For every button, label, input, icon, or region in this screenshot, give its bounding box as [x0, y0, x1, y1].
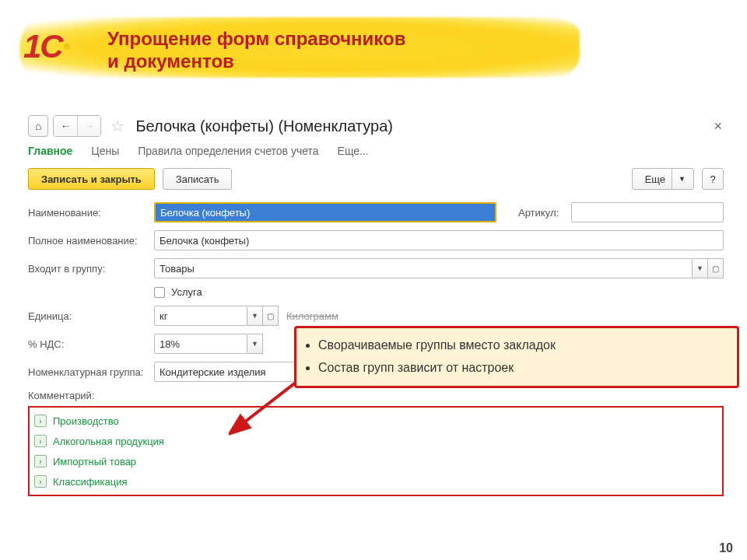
- group-label: Классификация: [53, 476, 128, 488]
- group-row[interactable]: › Импортный товар: [34, 451, 717, 471]
- chevron-down-icon: ▼: [251, 340, 258, 348]
- unit-hint: Килограмм: [286, 310, 338, 322]
- callout-bullet-1: Сворачиваемые группы вместо закладок: [318, 334, 728, 357]
- label-article: Артикул:: [518, 207, 571, 219]
- save-button[interactable]: Записать: [163, 168, 233, 190]
- group-label: Производство: [53, 415, 119, 427]
- app-window: ⌂ ← → ☆ Белочка (конфеты) (Номенклатура)…: [28, 115, 724, 496]
- input-vat[interactable]: 18%: [154, 334, 247, 354]
- input-name[interactable]: Белочка (конфеты): [154, 202, 496, 222]
- callout-bullet-2: Состав групп зависит от настроек: [318, 357, 728, 380]
- titlebar: ⌂ ← → ☆ Белочка (конфеты) (Номенклатура)…: [28, 115, 724, 137]
- slide-title-line2: и документов: [107, 51, 234, 72]
- row-group: Входит в группу: Товары ▼ ▢: [28, 258, 724, 278]
- label-fullname: Полное наименование:: [28, 235, 154, 247]
- label-name: Наименование:: [28, 207, 154, 219]
- favorite-star-icon[interactable]: ☆: [110, 117, 124, 135]
- menubar: Главное Цены Правила определения счетов …: [28, 145, 724, 157]
- nav-back-forward: ← →: [53, 115, 101, 137]
- expander-icon[interactable]: ›: [34, 415, 47, 427]
- group-dropdown-button[interactable]: ▼: [693, 258, 708, 278]
- menu-prices[interactable]: Цены: [91, 145, 119, 157]
- slide-header: 1C ® Упрощение форм справочников и докум…: [0, 0, 747, 86]
- label-unit: Единица:: [28, 310, 154, 322]
- input-unit[interactable]: кг: [154, 306, 247, 326]
- input-group[interactable]: Товары: [154, 258, 693, 278]
- arrow-left-icon: ←: [60, 120, 71, 132]
- document-title: Белочка (конфеты) (Номенклатура): [135, 117, 392, 135]
- label-group: Входит в группу:: [28, 263, 154, 275]
- row-name: Наименование: Белочка (конфеты) Артикул:: [28, 202, 724, 222]
- save-close-button[interactable]: Записать и закрыть: [28, 168, 155, 190]
- input-article[interactable]: [571, 202, 724, 222]
- arrow-right-icon: →: [84, 120, 95, 132]
- home-icon: ⌂: [35, 120, 41, 132]
- menu-main[interactable]: Главное: [28, 145, 72, 157]
- callout-box: Сворачиваемые группы вместо закладок Сос…: [294, 326, 739, 388]
- logo-registered: ®: [64, 42, 70, 51]
- toolbar: Записать и закрыть Записать Еще ▼ ?: [28, 168, 724, 190]
- checkbox-service[interactable]: [154, 287, 165, 298]
- label-vat: % НДС:: [28, 338, 154, 350]
- page-number: 10: [719, 541, 733, 555]
- expander-icon[interactable]: ›: [34, 435, 47, 447]
- back-button[interactable]: ←: [54, 116, 77, 136]
- more-button[interactable]: Еще ▼: [632, 168, 694, 190]
- menu-more[interactable]: Еще...: [338, 145, 369, 157]
- group-label: Алкогольная продукция: [53, 436, 164, 447]
- vat-dropdown-button[interactable]: ▼: [247, 334, 263, 354]
- open-icon: ▢: [267, 312, 274, 320]
- chevron-down-icon: ▼: [696, 264, 703, 272]
- help-button[interactable]: ?: [702, 168, 724, 190]
- logo-1c: 1C ®: [23, 28, 70, 65]
- close-button[interactable]: ×: [714, 118, 724, 135]
- combo-group: Товары ▼ ▢: [154, 258, 724, 278]
- unit-open-button[interactable]: ▢: [263, 306, 279, 326]
- group-row[interactable]: › Алкогольная продукция: [34, 431, 717, 451]
- group-row[interactable]: › Производство: [34, 411, 717, 431]
- label-service: Услуга: [171, 286, 202, 298]
- chevron-down-icon: ▼: [251, 312, 258, 320]
- slide-title-line1: Упрощение форм справочников: [107, 28, 405, 49]
- group-label: Импортный товар: [53, 456, 136, 467]
- group-open-button[interactable]: ▢: [708, 258, 724, 278]
- label-comment: Комментарий:: [28, 390, 154, 401]
- expander-icon[interactable]: ›: [34, 455, 47, 467]
- menu-rules[interactable]: Правила определения счетов учета: [138, 145, 318, 157]
- label-nomgroup: Номенклатурная группа:: [28, 366, 154, 378]
- group-row[interactable]: › Классификация: [34, 471, 717, 492]
- row-service: Услуга: [28, 286, 724, 298]
- logo-text: 1C: [23, 28, 62, 65]
- row-comment: Комментарий:: [28, 390, 724, 401]
- row-unit: Единица: кг ▼ ▢ Килограмм: [28, 306, 724, 326]
- input-fullname[interactable]: Белочка (конфеты): [154, 230, 724, 250]
- forward-button[interactable]: →: [77, 116, 100, 136]
- open-icon: ▢: [712, 264, 719, 273]
- chevron-down-icon: ▼: [672, 168, 686, 190]
- slide-title: Упрощение форм справочников и документов: [107, 28, 405, 73]
- unit-dropdown-button[interactable]: ▼: [247, 306, 263, 326]
- expander-icon[interactable]: ›: [34, 475, 47, 488]
- home-button[interactable]: ⌂: [28, 115, 48, 137]
- collapsible-groups: › Производство › Алкогольная продукция ›…: [28, 406, 724, 496]
- row-fullname: Полное наименование: Белочка (конфеты): [28, 230, 724, 250]
- more-label: Еще: [645, 173, 665, 185]
